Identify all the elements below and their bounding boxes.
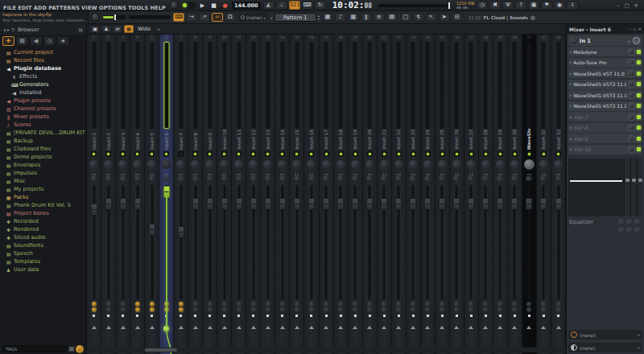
master-pitch-knob[interactable] xyxy=(91,13,100,22)
track-fx-knobs[interactable] xyxy=(217,301,231,312)
pan-knob[interactable] xyxy=(322,160,331,169)
stereo-sep-knob[interactable] xyxy=(337,176,344,181)
loop-record-icon[interactable]: ↻ xyxy=(315,1,326,10)
slot-enable-led[interactable] xyxy=(637,147,641,151)
mixer-track[interactable]: 19Insert 19 xyxy=(349,35,363,354)
record-arm-led[interactable] xyxy=(369,315,371,317)
stereo-sep-knob[interactable] xyxy=(308,176,315,181)
pan-knob[interactable] xyxy=(118,160,127,169)
eq-knob[interactable] xyxy=(634,227,641,233)
track-fx-knobs[interactable] xyxy=(304,301,318,312)
pattern-selector[interactable]: ▸ Pattern 1 ▴▾ xyxy=(270,13,320,22)
browser-item[interactable]: ▤Backup xyxy=(0,137,86,145)
tags-input[interactable]: TAGS xyxy=(2,345,67,352)
mixer-view-arrow[interactable]: ▸ xyxy=(158,27,160,31)
browser-item[interactable]: ▤Misc xyxy=(0,177,86,185)
tab-recent[interactable]: ◷ xyxy=(43,36,56,46)
link-icon[interactable]: ∞ xyxy=(212,13,223,22)
track-name-zone[interactable]: Insert 2 xyxy=(101,129,115,150)
slot-mix-knob[interactable] xyxy=(628,102,635,109)
mute-led[interactable] xyxy=(526,151,532,157)
volume-fader[interactable] xyxy=(497,198,504,210)
master-volume-slider[interactable] xyxy=(129,15,171,19)
tags-search-icon[interactable]: ⌕ xyxy=(76,345,84,353)
browser-menu-icon[interactable]: ▤ xyxy=(78,27,83,32)
bpm-display[interactable]: 144.000 xyxy=(232,2,261,10)
stereo-sep-knob[interactable] xyxy=(323,176,329,181)
slot-mix-knob[interactable] xyxy=(628,135,635,142)
volume-fader[interactable] xyxy=(439,198,446,210)
track-name-zone[interactable]: Insert 9 xyxy=(203,129,217,150)
stereo-sep-knob[interactable] xyxy=(439,176,445,181)
slot-name[interactable]: WaveShell1-VST3 11.0_... xyxy=(573,81,626,87)
stereo-sep-knob[interactable] xyxy=(279,176,286,181)
record-arm-led[interactable] xyxy=(266,315,269,317)
volume-fader[interactable] xyxy=(206,198,213,210)
browser-item[interactable]: ⌨Generators xyxy=(0,80,86,88)
eq-knob[interactable] xyxy=(618,227,625,233)
stereo-sep-knob[interactable] xyxy=(149,176,155,181)
tab-files[interactable]: ▤ xyxy=(16,36,28,46)
mute-led[interactable] xyxy=(469,151,474,157)
mixer-track[interactable]: 12Insert 12 xyxy=(246,35,261,354)
effect-slot-9[interactable]: ▸Slot 9 xyxy=(568,134,642,143)
mixer-track[interactable]: 21Insert 21 xyxy=(378,35,392,354)
mute-led[interactable] xyxy=(236,151,242,157)
plugin-picker-icon[interactable]: ▤ xyxy=(386,13,398,22)
slot-arrow[interactable]: ▸ xyxy=(570,82,572,86)
pan-knob[interactable] xyxy=(467,160,476,169)
menu-options[interactable]: OPTIONS xyxy=(99,5,126,11)
slot-mix-knob[interactable] xyxy=(628,124,635,131)
browser-item[interactable]: ▤Project bones xyxy=(0,209,86,217)
help-icon[interactable]: ? xyxy=(515,1,526,10)
slot-arrow[interactable]: ▸ xyxy=(570,115,572,119)
track-name-zone[interactable]: Insert 24 xyxy=(421,129,435,150)
eq-knob[interactable] xyxy=(634,219,641,225)
route-arrow[interactable] xyxy=(469,326,473,329)
download-icon[interactable]: ⇩ xyxy=(567,1,578,10)
stereo-sep-knob[interactable] xyxy=(105,176,112,181)
stereo-sep-knob[interactable] xyxy=(555,176,562,181)
slot-name[interactable]: Slot 10 xyxy=(573,146,626,152)
save-icon[interactable]: ▣ xyxy=(528,1,539,10)
midi-input-selector[interactable]: (none) ▸ xyxy=(238,13,268,22)
slot-arrow[interactable]: ▸ xyxy=(570,147,572,151)
menu-tools[interactable]: TOOLS xyxy=(128,5,148,11)
track-name-zone[interactable]: Insert 29 xyxy=(493,129,507,150)
track-name-zone[interactable]: Insert 19 xyxy=(349,129,362,150)
stereo-sep-knob[interactable] xyxy=(294,176,300,181)
pat-song-toggle[interactable] xyxy=(181,2,196,9)
track-name-zone[interactable]: Insert 33 xyxy=(551,129,565,150)
effect-slot-3[interactable]: ▸WaveShell1-VST 11.0_x... xyxy=(568,68,642,78)
pan-knob[interactable] xyxy=(394,160,403,169)
track-name-zone[interactable]: Insert 3 xyxy=(116,129,130,150)
mixer-menu-icon[interactable]: ▣ xyxy=(90,25,100,33)
effect-slot-4[interactable]: ▸WaveShell1-VST3 11.0_... xyxy=(568,80,642,89)
slot-name[interactable]: WaveShell1-VST 11.0_x... xyxy=(573,71,626,76)
volume-fader[interactable] xyxy=(119,198,126,210)
pan-knob[interactable] xyxy=(191,160,200,169)
mute-led[interactable] xyxy=(149,151,155,157)
mute-led[interactable] xyxy=(382,151,387,157)
slide-icon[interactable]: ↗ xyxy=(199,13,210,22)
track-fx-knobs[interactable] xyxy=(436,301,449,312)
browser-item[interactable]: ▤Envelopes xyxy=(0,161,86,169)
mixer-track[interactable]: 16Insert 16 xyxy=(304,35,319,354)
tab-favorites[interactable]: ★ xyxy=(57,36,69,46)
pan-knob[interactable] xyxy=(481,160,490,169)
volume-fader[interactable] xyxy=(337,198,345,210)
track-name-zone[interactable]: Insert 11 xyxy=(232,129,246,150)
remote-icon[interactable]: ➤ xyxy=(439,13,450,22)
track-name-zone[interactable]: Insert 27 xyxy=(464,129,478,150)
browser-item[interactable]: ▥Channel presets xyxy=(0,105,86,113)
mute-led[interactable] xyxy=(207,151,213,157)
record-arm-led[interactable] xyxy=(136,315,138,317)
track-name-zone[interactable]: Insert 18 xyxy=(334,129,348,150)
pan-knob[interactable] xyxy=(292,160,301,169)
track-fx-knobs[interactable] xyxy=(508,301,522,312)
route-arrow[interactable] xyxy=(324,326,328,329)
track-fx-knobs[interactable] xyxy=(145,301,159,312)
pan-knob[interactable] xyxy=(104,160,113,169)
track-name-zone[interactable]: Insert 12 xyxy=(246,129,260,150)
track-name-zone[interactable]: Insert 25 xyxy=(436,129,449,150)
